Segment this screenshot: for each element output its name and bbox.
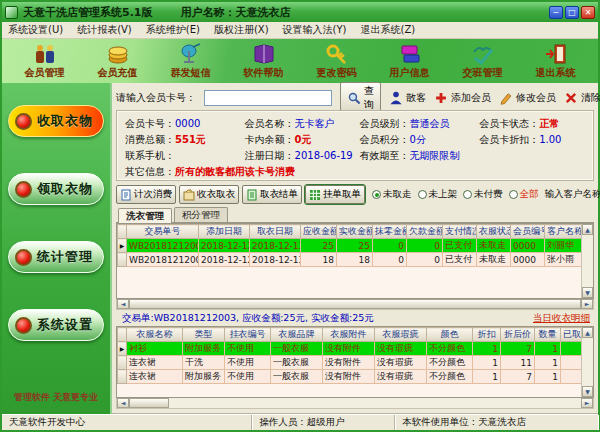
query-button[interactable]: 查询 (340, 82, 381, 114)
column-header[interactable]: 交易单号 (127, 225, 199, 239)
password-icon (324, 43, 350, 65)
app-window: 天意干洗店管理系统5.1版 用户名称：天意洗衣店 ─ □ ✕ 系统设置(U)统计… (0, 0, 600, 432)
table-cell: 没有附件 (323, 342, 375, 356)
query-button-label: 查询 (364, 84, 374, 112)
radio-option[interactable]: 未取走 (372, 188, 412, 201)
sidebar-slogan: 管理软件 天意更专业 (2, 391, 110, 404)
app-icon (5, 6, 18, 19)
menu-item[interactable]: 版权注册(X) (214, 23, 269, 37)
scroll-left-icon[interactable]: ◄ (117, 398, 129, 408)
sidebar-button[interactable]: 领取衣物 (8, 173, 104, 205)
scroll-up-icon[interactable]: ▲ (582, 224, 593, 235)
toolbar-button[interactable]: 会员管理 (14, 43, 76, 80)
toolbar-button[interactable]: 群发短信 (160, 43, 222, 80)
sidebar-button[interactable]: 收取衣物 (8, 105, 104, 137)
table-cell: 11 (501, 356, 535, 370)
menu-item[interactable]: 退出系统(Z) (360, 23, 415, 37)
remove-member-button[interactable]: 清除会员 (564, 91, 600, 105)
orders-vertical-scrollbar[interactable]: ▲ ▼ (581, 224, 593, 298)
menu-item[interactable]: 系统维护(E) (146, 23, 200, 37)
close-button[interactable]: ✕ (581, 6, 595, 19)
edit-member-button[interactable]: 修改会员 (499, 91, 556, 105)
menu-item[interactable]: 设置输入法(Y) (283, 23, 347, 37)
scroll-right-icon[interactable]: ► (581, 299, 593, 309)
radio-option[interactable]: 全部 (509, 188, 539, 201)
sidebar-button[interactable]: 系统设置 (8, 309, 104, 341)
column-header[interactable]: 支付情况 (443, 225, 477, 239)
action-button[interactable]: 计次消费 (116, 185, 176, 204)
toolbar-button-label: 群发短信 (171, 66, 211, 80)
add-member-label: 添加会员 (451, 91, 491, 105)
minimize-button[interactable]: ─ (549, 6, 563, 19)
column-header[interactable]: 应收金额 (301, 225, 337, 239)
toolbar-button-label: 软件帮助 (244, 66, 284, 80)
action-button-label: 计次消费 (134, 188, 172, 201)
scroll-up-icon[interactable]: ▲ (582, 327, 593, 338)
action-button[interactable]: 挂单取单 (305, 185, 365, 204)
column-header[interactable]: 颜色 (427, 328, 473, 342)
column-header[interactable]: 衣服附件 (323, 328, 375, 342)
orders-horizontal-scrollbar[interactable]: ◄ ► (116, 299, 594, 310)
table-cell: 不分颜色 (427, 356, 473, 370)
action-button-label: 挂单取单 (323, 188, 361, 201)
menu-item[interactable]: 系统设置(U) (8, 23, 63, 37)
scroll-down-icon[interactable]: ▼ (582, 386, 593, 397)
add-member-button[interactable]: 添加会员 (434, 91, 491, 105)
walkin-button[interactable]: 散客 (389, 91, 426, 105)
column-header[interactable]: 抹零金额 (373, 225, 407, 239)
items-vertical-scrollbar[interactable]: ▲ ▼ (581, 327, 593, 397)
table-cell: 衬衫 (127, 342, 183, 356)
table-row[interactable]: 连衣裙附加服务不使用一般衣服没有附件没有瑕疵不分颜色1710 (118, 370, 582, 384)
tab[interactable]: 积分管理 (174, 207, 228, 222)
scrollbar-thumb[interactable] (129, 299, 581, 309)
card-number-input[interactable] (204, 90, 332, 106)
column-header[interactable]: 衣服名称 (127, 328, 183, 342)
table-row[interactable]: 连衣裙干洗不使用一般衣服没有附件没有瑕疵不分颜色11110 (118, 356, 582, 370)
window-controls: ─ □ ✕ (549, 6, 595, 19)
toolbar-button[interactable]: 会员充值 (87, 43, 149, 80)
menu-item[interactable]: 统计报表(V) (77, 23, 132, 37)
column-header[interactable]: 取衣日期 (250, 225, 301, 239)
table-cell: 一般衣服 (271, 370, 323, 384)
table-row[interactable]: WB201812120022018-12-122018-12-13181800已… (118, 253, 582, 267)
scroll-left-icon[interactable]: ◄ (117, 299, 129, 309)
scroll-down-icon[interactable]: ▼ (582, 287, 593, 298)
action-button[interactable]: 取衣结单 (242, 185, 302, 204)
daily-detail-link[interactable]: 当日收衣明细 (533, 312, 590, 325)
scrollbar-thumb[interactable] (129, 398, 169, 408)
radio-option[interactable]: 未付费 (463, 188, 503, 201)
column-header[interactable]: 添加日期 (199, 225, 250, 239)
column-header[interactable]: 欠款金额 (407, 225, 443, 239)
column-header[interactable]: 客户名称 (545, 225, 582, 239)
sidebar-button-label: 统计管理 (37, 248, 93, 266)
radio-option[interactable]: 未上架 (418, 188, 458, 201)
column-header[interactable]: 衣服状态 (477, 225, 511, 239)
table-row[interactable]: ▶WB201812120032018-12-122018-12-13252500… (118, 239, 582, 253)
column-header[interactable]: 数量 (535, 328, 561, 342)
sidebar-button[interactable]: 统计管理 (8, 241, 104, 273)
column-header[interactable]: 折扣 (473, 328, 501, 342)
column-header[interactable]: 类型 (183, 328, 225, 342)
column-header[interactable]: 衣服瑕疵 (375, 328, 427, 342)
radio-label: 全部 (520, 188, 539, 201)
column-header[interactable]: 折后价 (501, 328, 535, 342)
toolbar-button[interactable]: 更改密码 (306, 43, 368, 80)
tab[interactable]: 洗衣管理 (118, 208, 172, 223)
column-header[interactable]: 已取数 (561, 328, 582, 342)
toolbar-button[interactable]: 交班管理 (452, 43, 514, 80)
toolbar-button[interactable]: 用户信息 (379, 43, 441, 80)
column-header[interactable]: 挂衣编号 (225, 328, 271, 342)
action-button[interactable]: 收衣取衣 (179, 185, 239, 204)
table-cell: 附加服务 (183, 342, 225, 356)
items-horizontal-scrollbar[interactable]: ◄ ► (116, 398, 594, 409)
maximize-button[interactable]: □ (565, 6, 579, 19)
table-row[interactable]: ▶衬衫附加服务不使用一般衣服没有附件没有瑕疵不分颜色17107 (118, 342, 582, 356)
scroll-right-icon[interactable]: ► (581, 398, 593, 408)
column-header[interactable]: 会员编号 (511, 225, 545, 239)
column-header[interactable]: 实收金额 (337, 225, 373, 239)
column-header[interactable]: 衣服品牌 (271, 328, 323, 342)
toolbar-button[interactable]: 软件帮助 (233, 43, 295, 80)
toolbar-button[interactable]: 退出系统 (525, 43, 587, 80)
status-filter-radios: 未取走未上架未付费全部 (372, 188, 539, 201)
status-operator: 操作人员：超级用户 (252, 415, 395, 430)
